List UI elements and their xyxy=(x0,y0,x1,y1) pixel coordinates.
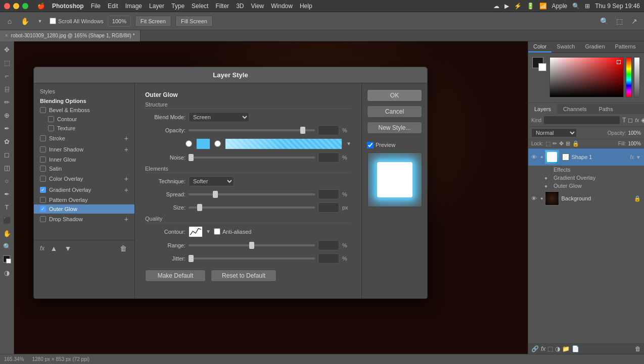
tab-close-button[interactable]: × xyxy=(5,33,8,38)
glow-color-box[interactable] xyxy=(196,138,210,149)
gradient-overlay-plus[interactable]: + xyxy=(124,186,128,194)
background-swatch[interactable] xyxy=(538,63,546,71)
healing-tool[interactable]: ⊕ xyxy=(1,109,13,121)
link-layers-button[interactable]: 🔗 xyxy=(531,345,539,352)
inner-glow-item[interactable]: Inner Glow xyxy=(34,155,134,164)
reset-default-button[interactable]: Reset to Default xyxy=(211,270,277,282)
stroke-plus[interactable]: + xyxy=(124,134,128,142)
menu-window[interactable]: Window xyxy=(271,3,293,10)
pattern-overlay-check[interactable] xyxy=(40,197,46,203)
menu-help[interactable]: Help xyxy=(300,3,312,10)
size-slider[interactable] xyxy=(189,206,315,209)
document-tab[interactable]: × robot-3010309_1280.jpg @ 165% (Shape 1… xyxy=(0,30,141,41)
new-layer-button[interactable]: 📄 xyxy=(572,345,579,352)
lasso-tool[interactable]: ⌐ xyxy=(1,70,13,82)
inner-shadow-check[interactable] xyxy=(40,146,46,152)
color-overlay-plus[interactable]: + xyxy=(124,175,128,183)
blending-options-item[interactable]: Blending Options xyxy=(34,96,134,106)
jitter-input[interactable]: 0 xyxy=(318,253,339,264)
stroke-check[interactable] xyxy=(40,135,46,141)
lock-all-button[interactable]: 🔒 xyxy=(572,140,579,147)
down-arrow-button[interactable]: ▼ xyxy=(63,243,73,253)
background-visibility-toggle[interactable]: 👁 xyxy=(531,195,538,201)
preview-checkbox[interactable] xyxy=(367,142,374,148)
color-tab[interactable]: Color xyxy=(528,41,551,53)
hand-options-icon[interactable]: ▼ xyxy=(34,16,45,27)
crop-tool[interactable]: ⌸ xyxy=(1,83,13,95)
minimize-button[interactable] xyxy=(13,3,19,9)
move-tool[interactable]: ✥ xyxy=(1,43,13,56)
delete-style-button[interactable]: 🗑 xyxy=(118,243,128,253)
noise-input[interactable]: 0 xyxy=(318,152,339,163)
fg-bg-colors[interactable] xyxy=(1,253,13,266)
bevel-emboss-item[interactable]: Bevel & Emboss xyxy=(34,106,134,115)
close-button[interactable] xyxy=(4,3,10,9)
drop-shadow-item[interactable]: Drop Shadow + xyxy=(34,214,134,225)
contour-picker[interactable] xyxy=(189,226,203,237)
effects-expand-icon[interactable]: ▼ xyxy=(636,154,641,160)
hand-tool-icon[interactable]: ✋ xyxy=(19,16,30,27)
dodge-tool[interactable]: ○ xyxy=(1,175,13,187)
color-radio[interactable] xyxy=(186,140,192,147)
menu-file[interactable]: File xyxy=(91,3,101,10)
zoom-tool[interactable]: 🔍 xyxy=(1,240,13,252)
lock-artboard-button[interactable]: ⊞ xyxy=(566,140,570,147)
quick-mask-tool[interactable]: ◑ xyxy=(1,267,13,279)
technique-select[interactable]: Softer Precise xyxy=(189,176,234,186)
zoom-display[interactable]: 100% xyxy=(108,16,131,27)
up-arrow-button[interactable]: ▲ xyxy=(49,243,59,253)
layer-type-icon-smart[interactable]: ◈ xyxy=(641,116,644,124)
stroke-item[interactable]: Stroke + xyxy=(34,133,134,144)
opacity-value-layers[interactable]: 100% xyxy=(628,130,641,136)
layer-type-icon-T[interactable]: T xyxy=(622,116,626,124)
layers-tab[interactable]: Layers xyxy=(528,104,557,114)
menu-select[interactable]: Select xyxy=(192,3,208,10)
search-icon[interactable]: 🔍 xyxy=(572,3,580,10)
apple-text[interactable]: Apple xyxy=(552,3,568,10)
pattern-overlay-item[interactable]: Pattern Overlay xyxy=(34,195,134,204)
paths-tab[interactable]: Paths xyxy=(593,104,619,114)
gradient-overlay-item[interactable]: ✓ Gradient Overlay + xyxy=(34,184,134,195)
contour-dropdown[interactable]: ▼ xyxy=(206,229,211,234)
swatch-tab[interactable]: Swatch xyxy=(551,41,580,53)
pen-tool[interactable]: ✒ xyxy=(1,188,13,200)
gradient-radio[interactable] xyxy=(214,140,221,147)
layer-type-icon-shape[interactable]: ◻ xyxy=(628,116,633,124)
outer-glow-item[interactable]: ✓ Outer Glow xyxy=(34,204,134,214)
clone-tool[interactable]: ✿ xyxy=(1,135,13,147)
shape-tool[interactable]: ⬛ xyxy=(1,214,13,226)
color-field[interactable] xyxy=(549,57,624,97)
add-style-button[interactable]: fx xyxy=(541,345,545,352)
menu-3d[interactable]: 3D xyxy=(236,3,244,10)
menu-image[interactable]: Image xyxy=(125,3,142,10)
delete-layer-button[interactable]: 🗑 xyxy=(635,345,641,352)
text-tool[interactable]: T xyxy=(1,201,13,213)
menu-filter[interactable]: Filter xyxy=(215,3,229,10)
glow-gradient-box[interactable] xyxy=(225,138,342,149)
fill-screen-button[interactable]: Fill Screen xyxy=(175,16,213,27)
layer-blend-select[interactable]: Normal Multiply Screen xyxy=(531,128,577,137)
layer-background[interactable]: 👁 ● Background 🔒 xyxy=(528,190,644,207)
contour-item[interactable]: Contour xyxy=(34,115,134,124)
hand-tool[interactable]: ✋ xyxy=(1,227,13,239)
make-default-button[interactable]: Make Default xyxy=(145,270,206,282)
patterns-tab[interactable]: Patterns xyxy=(610,41,641,53)
outer-glow-visibility[interactable]: ● xyxy=(544,183,551,189)
add-mask-button[interactable]: ⬚ xyxy=(547,345,553,352)
channels-tab[interactable]: Channels xyxy=(557,104,592,114)
lock-position-button[interactable]: ✥ xyxy=(559,140,564,147)
satin-item[interactable]: Satin xyxy=(34,164,134,173)
lock-transparent-button[interactable]: ⬚ xyxy=(545,140,550,147)
range-slider[interactable] xyxy=(189,244,315,246)
layers-search-input[interactable] xyxy=(543,116,620,125)
scroll-checkbox[interactable] xyxy=(50,18,56,24)
brush-tool[interactable]: ✒ xyxy=(1,122,13,134)
new-style-button[interactable]: New Style... xyxy=(367,122,422,134)
gradient-overlay-check[interactable]: ✓ xyxy=(40,187,46,193)
gradient-overlay-visibility[interactable]: ● xyxy=(544,175,551,181)
gradient-options-arrow[interactable]: ▼ xyxy=(346,141,351,146)
layer-type-icon-fx[interactable]: fx xyxy=(635,116,639,124)
gradient-tool[interactable]: ◫ xyxy=(1,162,13,174)
satin-check[interactable] xyxy=(40,166,46,172)
selection-tool[interactable]: ⬚ xyxy=(1,57,13,69)
